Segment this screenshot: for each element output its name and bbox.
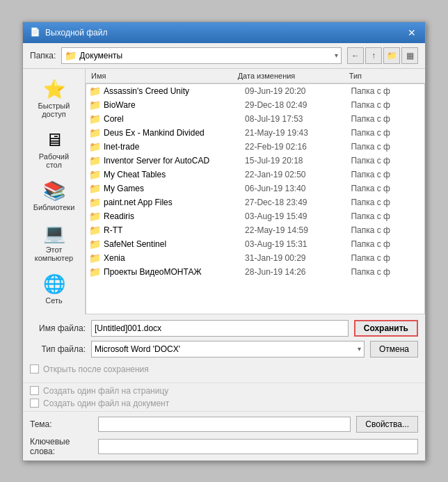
header-name[interactable]: Имя: [88, 70, 235, 81]
table-row[interactable]: 📁 Corel 08-Jul-19 17:53 Папка с ф: [86, 112, 424, 126]
folder-icon: 📁: [89, 155, 101, 166]
table-row[interactable]: 📁 SafeNet Sentinel 03-Aug-19 15:31 Папка…: [86, 237, 424, 251]
keywords-input[interactable]: [98, 439, 418, 454]
sidebar-item-quick-access[interactable]: ⭐ Быстрый доступ: [26, 74, 82, 122]
dialog-title: Выходной файл: [45, 28, 108, 38]
sidebar-item-desktop[interactable]: 🖥 Рабочий стол: [26, 125, 82, 173]
folder-icon: 📁: [89, 141, 101, 152]
new-folder-button[interactable]: 📁: [383, 47, 400, 64]
file-date: 28-Jun-19 14:26: [245, 267, 351, 277]
file-type: Папка с ф: [351, 170, 422, 179]
file-type: Папка с ф: [351, 267, 422, 277]
theme-label: Тема:: [30, 419, 93, 429]
header-type[interactable]: Тип: [346, 70, 422, 81]
cancel-button[interactable]: Отмена: [370, 341, 418, 358]
file-date: 22-Feb-19 02:16: [245, 142, 351, 152]
sidebar-item-libraries[interactable]: 📚 Библиотеки: [26, 176, 82, 216]
up-button[interactable]: ↑: [365, 47, 382, 64]
table-row[interactable]: 📁 paint.net App Files 27-Dec-18 23:49 Па…: [86, 195, 424, 209]
sidebar-item-network[interactable]: 🌐 Сеть: [26, 269, 82, 309]
file-name: Corel: [104, 114, 245, 124]
network-icon: 🌐: [43, 273, 65, 295]
table-row[interactable]: 📁 Проекты ВидеоМОНТАЖ 28-Jun-19 14:26 Па…: [86, 265, 424, 279]
table-row[interactable]: 📁 My Cheat Tables 22-Jan-19 02:50 Папка …: [86, 168, 424, 182]
file-type: Папка с ф: [351, 114, 422, 124]
file-name: SafeNet Sentinel: [104, 239, 245, 249]
table-row[interactable]: 📁 BioWare 29-Dec-18 02:49 Папка с ф: [86, 98, 424, 112]
file-name: Assassin's Creed Unity: [104, 86, 245, 96]
table-row[interactable]: 📁 R-TT 22-May-19 14:59 Папка с ф: [86, 223, 424, 237]
star-icon: ⭐: [43, 79, 65, 100]
file-date: 22-Jan-19 02:50: [245, 170, 351, 179]
folder-select[interactable]: 📁 Документы ▾: [61, 47, 342, 64]
theme-input[interactable]: [98, 417, 351, 432]
filetype-label: Тип файла:: [30, 344, 86, 354]
file-type: Папка с ф: [351, 198, 422, 207]
back-button[interactable]: ←: [347, 47, 364, 64]
one-file-per-page-checkbox[interactable]: [30, 386, 39, 395]
file-type: Папка с ф: [351, 142, 422, 152]
file-date: 08-Jul-19 17:53: [245, 114, 351, 124]
folder-name: Документы: [79, 51, 332, 61]
table-row[interactable]: 📁 Inet-trade 22-Feb-19 02:16 Папка с ф: [86, 140, 424, 154]
folder-icon: 📁: [89, 266, 101, 278]
sidebar-quick-access-label: Быстрый доступ: [32, 102, 77, 118]
filetype-value: Microsoft Word 'DOCX': [95, 344, 355, 354]
file-name: R-TT: [104, 225, 245, 235]
sidebar-network-label: Сеть: [45, 296, 62, 305]
one-file-per-doc-checkbox[interactable]: [30, 399, 39, 408]
folder-icon: 📁: [89, 99, 101, 111]
keywords-row: Ключевые слова:: [30, 437, 418, 456]
toolbar: Папка: 📁 Документы ▾ ← ↑ 📁 ▦: [23, 43, 425, 68]
header-date[interactable]: Дата изменения: [235, 70, 346, 81]
folder-dropdown-arrow: ▾: [335, 51, 338, 59]
file-name: Readiris: [104, 211, 245, 221]
filename-input[interactable]: [91, 320, 349, 337]
table-row[interactable]: 📁 Assassin's Creed Unity 09-Jun-19 20:20…: [86, 84, 424, 98]
sidebar-this-pc-label: Этот компьютер: [32, 246, 77, 262]
table-row[interactable]: 📁 Inventor Server for AutoCAD 15-Jul-19 …: [86, 154, 424, 168]
folder-icon: 📁: [89, 127, 101, 138]
file-name: Xenia: [104, 253, 245, 263]
computer-icon: 💻: [43, 223, 65, 244]
file-name: Deus Ex - Mankind Divided: [104, 128, 245, 138]
folder-icon: 📁: [89, 252, 101, 264]
nav-buttons: ← ↑ 📁 ▦: [347, 47, 418, 64]
table-row[interactable]: 📁 Deus Ex - Mankind Divided 21-May-19 19…: [86, 126, 424, 140]
open-after-label: Открыть после сохранения: [43, 364, 149, 374]
libraries-icon: 📚: [43, 180, 65, 202]
file-name: paint.net App Files: [104, 198, 245, 207]
folder-icon: 📁: [65, 50, 77, 61]
file-name: BioWare: [104, 100, 245, 110]
folder-label: Папка:: [30, 51, 56, 61]
folder-icon: 📁: [89, 239, 101, 250]
sidebar-item-this-pc[interactable]: 💻 Этот компьютер: [26, 218, 82, 266]
close-button[interactable]: ✕: [406, 26, 418, 39]
file-name: Inventor Server for AutoCAD: [104, 156, 245, 166]
filetype-select[interactable]: Microsoft Word 'DOCX' ▾: [91, 341, 365, 358]
file-name: My Games: [104, 184, 245, 193]
file-type: Папка с ф: [351, 211, 422, 221]
filename-row: Имя файла: Сохранить: [30, 320, 418, 337]
save-button[interactable]: Сохранить: [354, 320, 418, 337]
folder-icon: 📁: [89, 113, 101, 124]
main-area: ⭐ Быстрый доступ 🖥 Рабочий стол 📚 Библио…: [23, 68, 425, 314]
properties-button[interactable]: Свойства...: [356, 416, 418, 433]
view-button[interactable]: ▦: [401, 47, 418, 64]
file-list-scroll[interactable]: 📁 Assassin's Creed Unity 09-Jun-19 20:20…: [86, 83, 425, 314]
file-name: Inet-trade: [104, 142, 245, 152]
file-type: Папка с ф: [351, 184, 422, 193]
table-row[interactable]: 📁 My Games 06-Jun-19 13:40 Папка с ф: [86, 182, 424, 195]
one-file-per-page-label: Создать один файл на страницу: [43, 386, 168, 396]
filename-label: Имя файла:: [30, 323, 86, 333]
table-row[interactable]: 📁 Readiris 03-Aug-19 15:49 Папка с ф: [86, 209, 424, 223]
open-after-checkbox[interactable]: [30, 364, 39, 373]
table-row[interactable]: 📁 Xenia 31-Jan-19 00:29 Папка с ф: [86, 251, 424, 265]
dialog-icon: 📄: [30, 27, 41, 38]
filetype-dropdown-arrow: ▾: [358, 345, 361, 353]
file-save-dialog: 📄 Выходной файл ✕ Папка: 📁 Документы ▾ ←…: [22, 22, 426, 461]
file-type: Папка с ф: [351, 86, 422, 96]
sidebar: ⭐ Быстрый доступ 🖥 Рабочий стол 📚 Библио…: [23, 69, 86, 314]
file-type: Папка с ф: [351, 100, 422, 110]
file-date: 03-Aug-19 15:31: [245, 239, 351, 249]
